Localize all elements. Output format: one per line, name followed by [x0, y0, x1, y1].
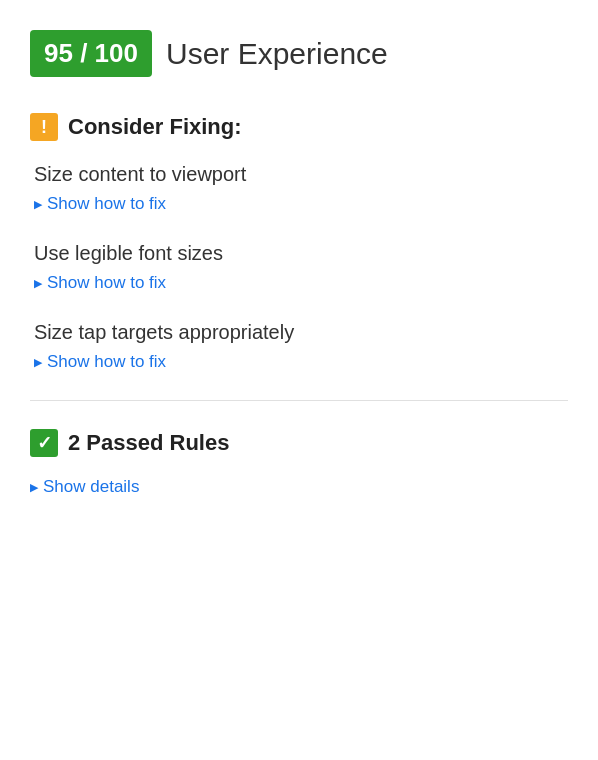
- consider-fixing-label: Consider Fixing:: [68, 114, 242, 140]
- consider-fixing-section: ! Consider Fixing: Size content to viewp…: [30, 113, 568, 372]
- show-how-to-fix-1[interactable]: Show how to fix: [34, 194, 568, 214]
- show-how-to-fix-2[interactable]: Show how to fix: [34, 273, 568, 293]
- rule-title-3: Size tap targets appropriately: [34, 321, 568, 344]
- rule-title-1: Size content to viewport: [34, 163, 568, 186]
- passed-rules-label: 2 Passed Rules: [68, 430, 229, 456]
- passed-rules-header: ✓ 2 Passed Rules: [30, 429, 568, 457]
- section-divider: [30, 400, 568, 401]
- score-badge: 95 / 100: [30, 30, 152, 77]
- warning-icon-symbol: !: [41, 118, 47, 136]
- show-details-link[interactable]: Show details: [30, 477, 568, 497]
- rule-title-2: Use legible font sizes: [34, 242, 568, 265]
- check-icon: ✓: [30, 429, 58, 457]
- check-icon-symbol: ✓: [37, 434, 52, 452]
- rule-item-3: Size tap targets appropriately Show how …: [30, 321, 568, 372]
- warning-icon: !: [30, 113, 58, 141]
- score-section: 95 / 100 User Experience: [30, 30, 568, 77]
- consider-fixing-header: ! Consider Fixing:: [30, 113, 568, 141]
- rule-item-2: Use legible font sizes Show how to fix: [30, 242, 568, 293]
- passed-rules-section: ✓ 2 Passed Rules Show details: [30, 429, 568, 497]
- rule-item-1: Size content to viewport Show how to fix: [30, 163, 568, 214]
- show-how-to-fix-3[interactable]: Show how to fix: [34, 352, 568, 372]
- score-title: User Experience: [166, 37, 388, 71]
